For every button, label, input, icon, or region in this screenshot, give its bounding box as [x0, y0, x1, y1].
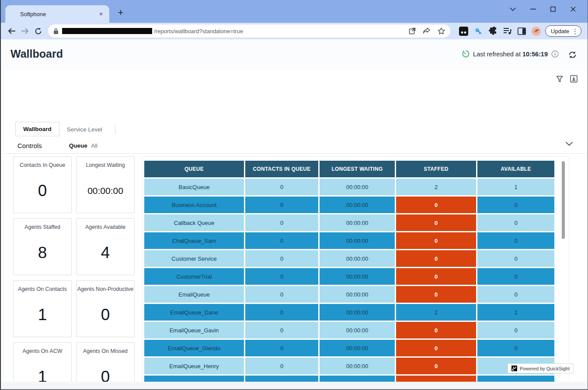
new-tab-button[interactable]: + — [115, 7, 127, 19]
tab-wallboard[interactable]: Wallboard — [15, 122, 59, 136]
refresh-icon[interactable] — [567, 49, 578, 60]
dark-extension-icon[interactable] — [459, 27, 468, 36]
table-row: EmailQueue_Gavin000:00:0000 — [144, 322, 554, 338]
minimize-button[interactable] — [523, 3, 543, 15]
cell-staffed: 2 — [396, 179, 476, 195]
kpi-card: Agents On Contacts1 — [13, 280, 72, 337]
table-row: EmailQueue_Henry000:00:0000 — [144, 358, 554, 374]
browser-titlebar: Softphone × + — [1, 0, 588, 23]
cell-longest-waiting: 00:00:00 — [320, 340, 395, 356]
cell-longest-waiting: 00:00:00 — [320, 250, 395, 267]
cell-available: 0 — [477, 340, 554, 356]
kpi-label: Agents Staffed — [14, 224, 71, 230]
powered-by-text: Powered by QuickSight — [520, 366, 570, 371]
cell-queue: EmailQueue_Dane — [144, 304, 244, 321]
bookmark-star-icon[interactable] — [438, 28, 445, 35]
cell-staffed: 0 — [396, 286, 476, 303]
cell-contacts-in-queue: 0 — [245, 358, 318, 374]
kpi-label: Agents On Contacts — [14, 286, 71, 292]
last-refreshed-info: Last refreshed at 10:56:19 — [462, 50, 559, 58]
cell-longest-waiting: 00:00:00 — [320, 232, 395, 249]
puzzle-extensions-icon[interactable] — [489, 27, 498, 35]
cell-queue: Business Account — [144, 197, 244, 213]
cell-queue: BasicQueue — [144, 179, 244, 195]
open-in-new-icon[interactable] — [409, 28, 416, 35]
media-playlist-icon[interactable] — [503, 27, 512, 35]
kpi-value: 8 — [14, 239, 71, 267]
queue-filter-label: Queue — [69, 142, 87, 149]
forward-icon[interactable] — [18, 24, 31, 38]
cell-available: 0 — [477, 322, 554, 338]
cell-contacts-in-queue: 0 — [245, 322, 318, 338]
queue-filter-value[interactable]: All — [91, 142, 97, 149]
chevron-down-icon[interactable] — [565, 142, 573, 146]
share-icon[interactable] — [423, 28, 431, 35]
last-refreshed-time: 10:56:19 — [522, 51, 548, 58]
cell-available: 1 — [477, 304, 554, 321]
cell-staffed: 0 — [396, 232, 476, 249]
cell-available: 0 — [477, 286, 554, 303]
cell-available: 0 — [477, 214, 554, 231]
export-download-icon[interactable] — [570, 75, 578, 83]
update-button[interactable]: Update ⋮ — [545, 25, 581, 37]
queue-table-widget: QUEUECONTACTS IN QUEUELONGEST WAITINGSTA… — [142, 156, 569, 390]
kpi-label: Longest Waiting — [77, 162, 134, 168]
browser-toolbar: /reports/wallboard?standalone=true — [1, 23, 588, 39]
controls-bar: Controls Queue All — [4, 138, 585, 154]
tab-search-chevron-icon[interactable] — [503, 3, 523, 15]
kpi-card: Longest Waiting00:00:00 — [76, 156, 135, 213]
kpi-label: Agents Available — [77, 224, 134, 230]
cell-contacts-in-queue: 0 — [245, 197, 318, 213]
controls-label: Controls — [17, 142, 42, 149]
reload-icon[interactable] — [31, 24, 45, 38]
cell-contacts-in-queue: 0 — [245, 304, 318, 321]
quicksight-badge: Powered by QuickSight — [508, 363, 574, 373]
cell-longest-waiting: 00:00:00 — [320, 322, 395, 338]
cell-longest-waiting: 00:00:00 — [320, 304, 395, 321]
close-window-button[interactable] — [563, 3, 583, 15]
tab-close-icon[interactable]: × — [97, 10, 105, 18]
cell-staffed: 0 — [396, 322, 476, 338]
kpi-grid: Contacts In Queue0Longest Waiting00:00:0… — [13, 156, 135, 390]
table-scrollbar[interactable] — [562, 161, 565, 239]
wallboard-page: Wallboard Last refreshed at 10:56:19 Wal… — [1, 39, 588, 382]
cell-available: 0 — [477, 250, 554, 267]
cell-longest-waiting: 00:00:00 — [320, 268, 395, 285]
filter-funnel-icon[interactable] — [556, 76, 563, 83]
password-key-icon[interactable] — [474, 27, 483, 36]
cell-contacts-in-queue: 0 — [245, 232, 318, 249]
url-bar[interactable]: /reports/wallboard?standalone=true — [48, 24, 450, 38]
browser-tab[interactable]: Softphone × — [5, 5, 109, 23]
bottom-window-strip — [1, 382, 588, 389]
table-row: BasicQueue000:00:0021 — [144, 179, 554, 195]
profile-avatar[interactable] — [532, 27, 541, 36]
dashboard-content: Contacts In Queue0Longest Waiting00:00:0… — [4, 154, 585, 382]
table-row: ChatQueue_Sam000:00:0000 — [144, 232, 554, 249]
cell-staffed: 0 — [396, 197, 476, 213]
maximize-button[interactable] — [543, 3, 563, 15]
cell-staffed: 0 — [396, 250, 476, 267]
cell-queue: EmailQueue — [144, 286, 244, 303]
kpi-card: Agents Non-Productive0 — [76, 280, 135, 337]
cell-longest-waiting: 00:00:00 — [320, 286, 395, 303]
table-row: EmailQueue000:00:0000 — [144, 286, 554, 303]
column-header: LONGEST WAITING — [320, 161, 395, 177]
column-header: AVAILABLE — [477, 161, 554, 177]
url-path[interactable]: /reports/wallboard?standalone=true — [154, 28, 405, 35]
side-panel-icon[interactable] — [518, 28, 526, 35]
tab-service-level[interactable]: Service Level — [59, 123, 110, 136]
lock-icon[interactable] — [53, 28, 59, 35]
browser-menu-icon[interactable]: ⋮ — [572, 28, 578, 35]
cell-queue: CustomerTrial — [144, 268, 244, 285]
column-header: STAFFED — [396, 161, 476, 177]
cell-staffed: 0 — [396, 340, 476, 356]
column-header: CONTACTS IN QUEUE — [245, 161, 318, 177]
cell-queue: EmailQueue_Glendo — [144, 340, 244, 356]
table-row: CustomerTrial000:00:0000 — [144, 268, 554, 285]
dashboard-sheet: Wallboard Service Level Controls Queue A… — [4, 70, 585, 382]
kpi-card: Agents Available4 — [76, 218, 135, 275]
page-title: Wallboard — [10, 48, 63, 60]
info-icon[interactable] — [551, 50, 559, 58]
back-icon[interactable] — [5, 24, 18, 38]
queue-table: QUEUECONTACTS IN QUEUELONGEST WAITINGSTA… — [143, 159, 556, 390]
